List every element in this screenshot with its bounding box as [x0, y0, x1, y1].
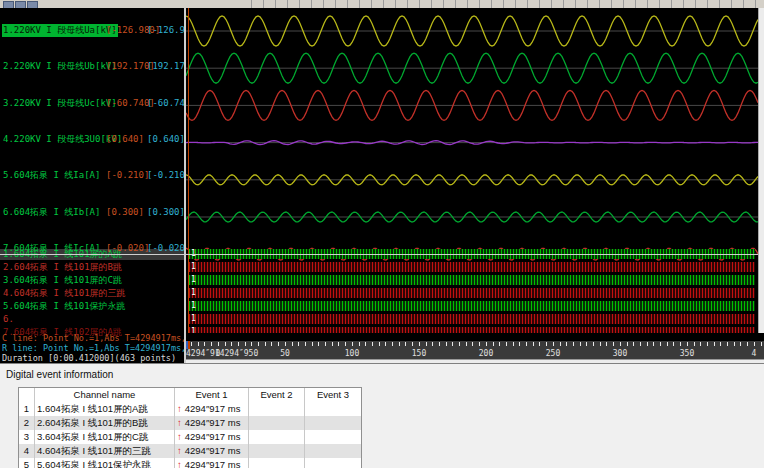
c-cursor-ruler-mark: [188, 341, 190, 349]
channel-label: 2.220KV I 段母线Ub[kV]: [3, 60, 117, 73]
r-cursor-value: [192.170]: [147, 60, 186, 73]
cell-event3: [305, 444, 361, 458]
analog-channel-row[interactable]: 7.604拓泉 I 线Ic[A][-0.020][-0.020]: [0, 242, 184, 255]
channel-label: 4.604拓泉 I 线101屏的三跳: [3, 288, 126, 299]
digital-trace-bar: 1: [189, 327, 755, 333]
ruler-tick-label: 0: [216, 349, 221, 358]
cell-event2: [249, 430, 305, 444]
ruler-tick-label: 250: [546, 349, 560, 358]
col-event1: Event 1: [175, 388, 249, 402]
r-line-status: R line: Point No.=1,Abs T=4294917ms, Rel…: [2, 343, 184, 353]
channel-label: 3.604拓泉 I 线101屏的C跳: [3, 275, 122, 286]
channel-label: 7.604拓泉 I 线Ic[A]: [3, 242, 100, 255]
row-number: 4: [19, 444, 35, 458]
channel-label: 2.604拓泉 I 线101屏的B跳: [3, 262, 122, 273]
duration-status: Duration [0:00.412000](463 points): [2, 353, 184, 363]
section-title: Digital event information: [6, 369, 113, 380]
row-number: 3: [19, 430, 35, 444]
row-number: 1: [19, 402, 35, 416]
r-cursor-value: [0.300]: [147, 206, 185, 219]
cell-event1: ↑4294″917 ms: [175, 430, 249, 444]
cell-channel-name: 1.604拓泉 I 线101屏的A跳: [35, 402, 175, 416]
table-body: 11.604拓泉 I 线101屏的A跳↑4294″917 ms22.604拓泉 …: [19, 402, 361, 468]
c-cursor-value: [-0.210]: [106, 169, 149, 182]
analog-channel-row[interactable]: 1.220KV I 段母线Ua[kV][-126.980][-126.980]: [0, 24, 184, 37]
cell-channel-name: 2.604拓泉 I 线101屏的B跳: [35, 416, 175, 430]
table-row[interactable]: 22.604拓泉 I 线101屏的B跳↑4294″917 ms: [19, 416, 361, 430]
rising-edge-icon: ↑: [177, 459, 182, 468]
r-cursor-value: [0.640]: [147, 133, 185, 146]
digital-trace-bar: 1: [189, 314, 755, 324]
channel-label: 5.604拓泉 I 线101保护永跳: [3, 301, 126, 312]
analog-channel-row[interactable]: 4.220KV I 段母线3U0[kV][0.640][0.640]: [0, 133, 184, 146]
time-ruler[interactable]: 4294″914294″950 0501001502002503003504: [186, 341, 764, 359]
col-event3: Event 3: [305, 388, 361, 402]
vertical-scrollbar[interactable]: [758, 8, 764, 333]
digital-event-table: Channel name Event 1 Event 2 Event 3 11.…: [18, 387, 362, 468]
rising-edge-icon: ↑: [177, 445, 182, 456]
ruler-tick-label: 150: [412, 349, 426, 358]
analog-channel-row[interactable]: 2.220KV I 段母线Ub[kV][192.170][192.170]: [0, 60, 184, 73]
channel-label: 1.220KV I 段母线Ua[kV]: [3, 24, 117, 37]
channel-label: 5.604拓泉 I 线Ia[A]: [3, 169, 100, 182]
cell-event3: [305, 416, 361, 430]
digital-channel-row[interactable]: 5.604拓泉 I 线101保护永跳: [0, 301, 184, 312]
r-cursor-value: [-60.740]: [147, 97, 186, 110]
table-header-row: Channel name Event 1 Event 2 Event 3: [19, 388, 361, 402]
table-row[interactable]: 55.604拓泉 I 线101保护永跳↑4294″917 ms: [19, 458, 361, 468]
r-cursor-value: [-0.210]: [147, 169, 186, 182]
cell-event2: [249, 402, 305, 416]
digital-channel-row[interactable]: 2.604拓泉 I 线101屏的B跳: [0, 262, 184, 273]
cell-event3: [305, 458, 361, 468]
col-rownum: [19, 388, 35, 402]
waveform-plot-area[interactable]: 1111111: [186, 8, 758, 333]
digital-trace-bar: 1: [189, 275, 755, 285]
cell-channel-name: 3.604拓泉 I 线101屏的C跳: [35, 430, 175, 444]
ruler-tick-label: 350: [680, 349, 694, 358]
row-number: 2: [19, 416, 35, 430]
ruler-tick-label: 4: [752, 349, 757, 358]
digital-event-section: Digital event information Channel name E…: [0, 363, 764, 468]
digital-trace-bar: 1: [189, 262, 755, 272]
c-cursor-line[interactable]: [188, 8, 189, 333]
channel-label: 6.: [3, 314, 14, 325]
ruler-tick-label: 100: [345, 349, 359, 358]
table-row[interactable]: 44.604拓泉 I 线101屏的三跳↑4294″917 ms: [19, 444, 361, 458]
channel-label: 6.604拓泉 I 线Ib[A]: [3, 206, 100, 219]
cell-event2: [249, 444, 305, 458]
digital-channel-row[interactable]: 6.: [0, 314, 184, 325]
digital-channel-row[interactable]: 4.604拓泉 I 线101屏的三跳: [0, 288, 184, 299]
channel-list-panel: 1.220KV I 段母线Ua[kV][-126.980][-126.980]2…: [0, 8, 186, 363]
digital-channel-row[interactable]: 3.604拓泉 I 线101屏的C跳: [0, 275, 184, 286]
ruler-cursor-times: 4294″914294″950: [186, 349, 258, 358]
c-cursor-value: [0.640]: [106, 133, 144, 146]
digital-state-value: 1: [191, 262, 196, 272]
c-cursor-value: [0.300]: [106, 206, 144, 219]
waveform-window: 1.220KV I 段母线Ua[kV][-126.980][-126.980]2…: [0, 8, 764, 363]
rising-edge-icon: ↑: [177, 431, 182, 442]
digital-state-value: 1: [191, 314, 196, 324]
channel-label: 4.220KV I 段母线3U0[kV]: [3, 133, 122, 146]
cursor-status-box: C line: Point No.=1,Abs T=4294917ms, Rel…: [2, 333, 184, 363]
channel-label: 3.220KV I 段母线Uc[kV]: [3, 97, 117, 110]
c-line-status: C line: Point No.=1,Abs T=4294917ms, Rel…: [2, 333, 184, 343]
cell-event3: [305, 402, 361, 416]
digital-trace-bar: 1: [189, 301, 755, 311]
digital-state-value: 1: [191, 301, 196, 311]
digital-state-value: 1: [191, 275, 196, 285]
digital-state-value: 1: [191, 288, 196, 298]
c-cursor-value: [-0.020]: [106, 242, 149, 255]
cell-event1: ↑4294″917 ms: [175, 402, 249, 416]
digital-state-value: 1: [191, 327, 196, 333]
table-row[interactable]: 11.604拓泉 I 线101屏的A跳↑4294″917 ms: [19, 402, 361, 416]
cell-channel-name: 4.604拓泉 I 线101屏的三跳: [35, 444, 175, 458]
cell-event1: ↑4294″917 ms: [175, 458, 249, 468]
cell-channel-name: 5.604拓泉 I 线101保护永跳: [35, 458, 175, 468]
analog-channel-row[interactable]: 3.220KV I 段母线Uc[kV][-60.740][-60.740]: [0, 97, 184, 110]
analog-channel-row[interactable]: 5.604拓泉 I 线Ia[A][-0.210][-0.210]: [0, 169, 184, 182]
table-row[interactable]: 33.604拓泉 I 线101屏的C跳↑4294″917 ms: [19, 430, 361, 444]
cell-event3: [305, 430, 361, 444]
r-cursor-value: [-0.020]: [147, 242, 186, 255]
digital-trace-bar: 1: [189, 288, 755, 298]
analog-channel-row[interactable]: 6.604拓泉 I 线Ib[A][0.300][0.300]: [0, 206, 184, 219]
